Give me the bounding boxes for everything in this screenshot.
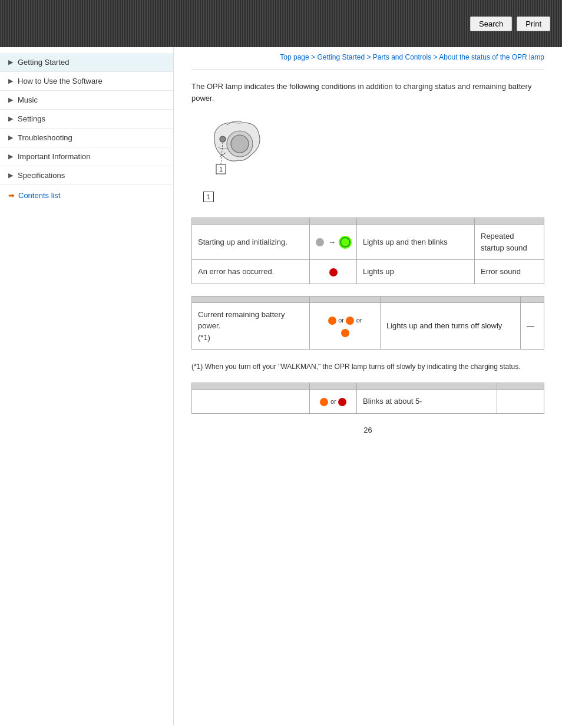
table2-col4-header — [521, 296, 544, 302]
arrow-icon-getting-started: ▶ — [8, 58, 13, 66]
divider — [191, 70, 544, 70]
breadcrumb: Top page > Getting Started > Parts and C… — [191, 53, 544, 61]
table2-col1-header — [192, 296, 310, 302]
arrow-icon-troubleshooting: ▶ — [8, 134, 13, 141]
breadcrumb-top[interactable]: Top page — [280, 53, 309, 61]
svg-point-1 — [231, 135, 249, 153]
arrow-icon-specifications: ▶ — [8, 172, 13, 179]
device-label-box: 1 — [197, 187, 544, 212]
table3-row-1: or Blinks at about 5- — [192, 390, 544, 414]
led-arrow-icon: → — [328, 238, 336, 246]
breadcrumb-sep3: > — [431, 53, 439, 61]
search-button[interactable]: Search — [470, 17, 512, 31]
contents-list-link[interactable]: ➡ Contents list — [0, 185, 173, 205]
led-orange-2 — [346, 317, 354, 325]
table1-row-2: An error has occurred. Lights up Error s… — [192, 260, 544, 284]
device-image-container: 1 1 — [197, 114, 544, 212]
table2-row1-lamp: or or — [310, 302, 381, 350]
footnote: (*1) When you turn off your "WALKMAN," t… — [191, 361, 544, 372]
svg-text:1: 1 — [219, 166, 223, 173]
device-label-num: 1 — [203, 192, 214, 202]
breadcrumb-parts-controls[interactable]: Parts and Controls — [373, 53, 431, 61]
table1-col1-header — [192, 218, 310, 225]
table3-col4-header — [497, 383, 544, 390]
table3-row1-sound — [497, 390, 544, 414]
table2-header-row — [192, 296, 544, 302]
page-number: 26 — [191, 426, 544, 434]
arrow-icon-important: ▶ — [8, 153, 13, 160]
table1-row2-display: Lights up — [357, 260, 475, 284]
led-green-off — [316, 238, 324, 246]
led-green-blink — [340, 237, 351, 248]
led-orange-t3-1 — [320, 398, 328, 406]
table1-row1-condition: Starting up and initializing. — [192, 225, 310, 260]
table1-col2-header — [310, 218, 357, 225]
table1-col3-header — [357, 218, 475, 225]
table1-header-row — [192, 218, 544, 225]
table3-col3-header — [357, 383, 497, 390]
arrow-icon-how-to-use: ▶ — [8, 77, 13, 85]
table3-row1-lamp: or — [310, 390, 357, 414]
status-table-2: Current remaining battery power.(*1) or … — [191, 296, 544, 350]
table1-row2-lamp — [310, 260, 357, 284]
table1-row2-condition: An error has occurred. — [192, 260, 310, 284]
table2-row1-sound: — — [521, 302, 544, 350]
table2-row1-display: Lights up and then turns off slowly — [381, 302, 521, 350]
table3-row1-condition — [192, 390, 310, 414]
table1-row1-display: Lights up and then blinks — [357, 225, 475, 260]
device-image: 1 — [197, 114, 274, 185]
breadcrumb-sep2: > — [365, 53, 373, 61]
table1-row2-sound: Error sound — [475, 260, 544, 284]
table3-row1-display: Blinks at about 5- — [357, 390, 497, 414]
table2-row1-condition: Current remaining battery power.(*1) — [192, 302, 310, 350]
breadcrumb-sep1: > — [309, 53, 318, 61]
table1-row-1: Starting up and initializing. → Lights u… — [192, 225, 544, 260]
led-red — [329, 268, 338, 276]
table2-col3-header — [381, 296, 521, 302]
main-content: Top page > Getting Started > Parts and C… — [174, 47, 562, 725]
led-orange-t3-2 — [338, 398, 346, 406]
header: Search Print — [0, 0, 562, 47]
arrow-icon-settings: ▶ — [8, 115, 13, 123]
page-description: The OPR lamp indicates the following con… — [191, 81, 544, 104]
svg-point-2 — [220, 136, 226, 142]
table2-row-1: Current remaining battery power.(*1) or … — [192, 302, 544, 350]
breadcrumb-current: About the status of the OPR lamp — [439, 53, 544, 61]
sidebar-item-settings[interactable]: ▶ Settings — [0, 110, 173, 129]
sidebar-item-getting-started[interactable]: ▶ Getting Started — [0, 53, 173, 72]
page-layout: ▶ Getting Started ▶ How to Use the Softw… — [0, 47, 562, 725]
table3-col2-header — [310, 383, 357, 390]
table3-header-row — [192, 383, 544, 390]
table1-row1-lamp: → — [310, 225, 357, 260]
contents-arrow-icon: ➡ — [8, 191, 15, 200]
sidebar-item-music[interactable]: ▶ Music — [0, 91, 173, 110]
led-orange-1 — [328, 317, 336, 325]
led-orange-3 — [341, 329, 349, 337]
table2-col2-header — [310, 296, 381, 302]
sidebar-item-troubleshooting[interactable]: ▶ Troubleshooting — [0, 129, 173, 147]
breadcrumb-getting-started[interactable]: Getting Started — [317, 53, 365, 61]
print-button[interactable]: Print — [517, 17, 550, 31]
status-table-3: or Blinks at about 5- — [191, 383, 544, 414]
table3-col1-header — [192, 383, 310, 390]
sidebar-item-how-to-use[interactable]: ▶ How to Use the Software — [0, 72, 173, 91]
sidebar-item-specifications[interactable]: ▶ Specifications — [0, 166, 173, 185]
sidebar-item-important-information[interactable]: ▶ Important Information — [0, 147, 173, 166]
sidebar: ▶ Getting Started ▶ How to Use the Softw… — [0, 47, 174, 725]
arrow-icon-music: ▶ — [8, 96, 13, 104]
table1-row1-sound: Repeated startup sound — [475, 225, 544, 260]
status-table-1: Starting up and initializing. → Lights u… — [191, 218, 544, 284]
table1-col4-header — [475, 218, 544, 225]
